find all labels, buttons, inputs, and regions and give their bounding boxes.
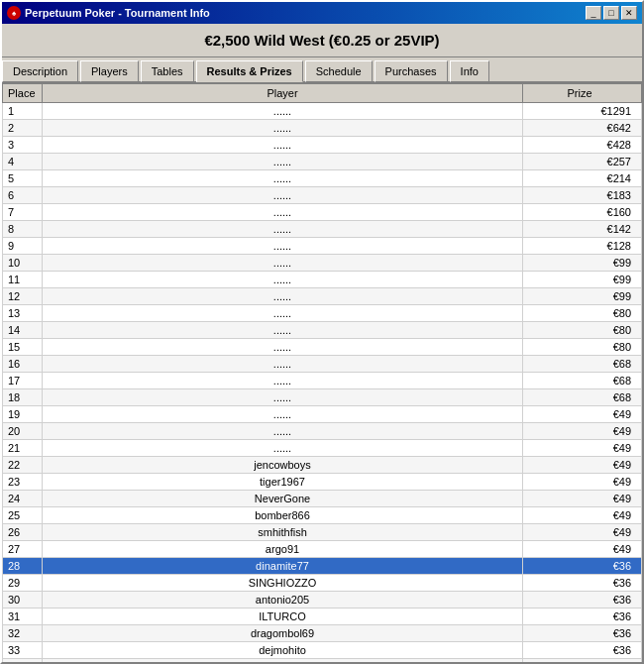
table-row[interactable]: 16......€68 bbox=[3, 356, 642, 373]
table-row[interactable]: 22jencowboys€49 bbox=[3, 457, 642, 474]
table-row[interactable]: 26smhithfish€49 bbox=[3, 524, 642, 541]
table-row[interactable]: 29SINGHIOZZO€36 bbox=[3, 575, 642, 592]
table-row[interactable]: 14......€80 bbox=[3, 322, 642, 339]
cell-place: 23 bbox=[3, 474, 43, 491]
cell-player: ...... bbox=[43, 255, 523, 272]
table-row[interactable]: 13......€80 bbox=[3, 305, 642, 322]
table-row[interactable]: 12......€99 bbox=[3, 288, 642, 305]
cell-player: argo91 bbox=[43, 541, 523, 558]
cell-place: 9 bbox=[3, 238, 43, 255]
table-row[interactable]: 33dejmohito€36 bbox=[3, 642, 642, 659]
cell-player: antonio205 bbox=[43, 592, 523, 609]
cell-place: 5 bbox=[3, 170, 43, 187]
cell-prize: €99 bbox=[523, 288, 642, 305]
cell-place: 20 bbox=[3, 423, 43, 440]
table-row[interactable]: 24NeverGone€49 bbox=[3, 491, 642, 507]
cell-prize: €49 bbox=[523, 491, 642, 507]
table-row[interactable]: 21......€49 bbox=[3, 440, 642, 457]
cell-player: dragombol69 bbox=[43, 625, 523, 642]
table-row[interactable]: 4......€257 bbox=[3, 154, 642, 170]
cell-place: 25 bbox=[3, 507, 43, 524]
cell-prize: €1291 bbox=[523, 103, 642, 120]
cell-prize: €68 bbox=[523, 389, 642, 406]
cell-player: smhithfish bbox=[43, 524, 523, 541]
table-row[interactable]: 5......€214 bbox=[3, 170, 642, 187]
cell-player: ...... bbox=[43, 389, 523, 406]
cell-prize: €49 bbox=[523, 474, 642, 491]
table-row[interactable]: 27argo91€49 bbox=[3, 541, 642, 558]
cell-prize: €80 bbox=[523, 305, 642, 322]
close-button[interactable]: ✕ bbox=[621, 6, 637, 20]
cell-player: ...... bbox=[43, 305, 523, 322]
table-row[interactable]: 7......€160 bbox=[3, 204, 642, 221]
cell-place: 24 bbox=[3, 491, 43, 507]
tab-bar: Description Players Tables Results & Pri… bbox=[2, 57, 642, 83]
cell-prize: €142 bbox=[523, 221, 642, 238]
table-row[interactable]: 23tiger1967€49 bbox=[3, 474, 642, 491]
cell-place: 2 bbox=[3, 120, 43, 137]
cell-place: 13 bbox=[3, 305, 43, 322]
main-window: ♠ Perpetuum Poker - Tournament Info _ □ … bbox=[0, 0, 644, 664]
table-row[interactable]: 18......€68 bbox=[3, 389, 642, 406]
table-row[interactable]: 8......€142 bbox=[3, 221, 642, 238]
table-row[interactable]: 2......€642 bbox=[3, 120, 642, 137]
minimize-button[interactable]: _ bbox=[586, 6, 601, 20]
tab-tables[interactable]: Tables bbox=[141, 60, 194, 82]
cell-player: ...... bbox=[43, 423, 523, 440]
table-row[interactable]: 28dinamite77€36 bbox=[3, 558, 642, 575]
table-row[interactable]: 34heljoki€36 bbox=[3, 659, 642, 663]
tab-schedule[interactable]: Schedule bbox=[305, 60, 373, 82]
cell-prize: €80 bbox=[523, 339, 642, 356]
table-row[interactable]: 32dragombol69€36 bbox=[3, 625, 642, 642]
table-row[interactable]: 17......€68 bbox=[3, 373, 642, 389]
cell-player: dinamite77 bbox=[43, 558, 523, 575]
cell-place: 21 bbox=[3, 440, 43, 457]
cell-place: 1 bbox=[3, 103, 43, 120]
cell-prize: €214 bbox=[523, 170, 642, 187]
tab-info[interactable]: Info bbox=[450, 60, 489, 82]
tournament-title: €2,500 Wild West (€0.25 or 25VIP) bbox=[2, 24, 642, 57]
maximize-button[interactable]: □ bbox=[603, 6, 619, 20]
tab-purchases[interactable]: Purchases bbox=[375, 60, 448, 82]
cell-prize: €36 bbox=[523, 659, 642, 663]
title-buttons: _ □ ✕ bbox=[586, 6, 637, 20]
cell-prize: €68 bbox=[523, 356, 642, 373]
table-row[interactable]: 30antonio205€36 bbox=[3, 592, 642, 609]
col-header-player: Player bbox=[43, 84, 523, 103]
cell-player: ...... bbox=[43, 339, 523, 356]
cell-prize: €99 bbox=[523, 272, 642, 288]
cell-player: dejmohito bbox=[43, 642, 523, 659]
cell-prize: €642 bbox=[523, 120, 642, 137]
window-title: Perpetuum Poker - Tournament Info bbox=[25, 7, 210, 19]
table-row[interactable]: 10......€99 bbox=[3, 255, 642, 272]
cell-prize: €49 bbox=[523, 423, 642, 440]
table-row[interactable]: 1......€1291 bbox=[3, 103, 642, 120]
cell-player: ...... bbox=[43, 170, 523, 187]
cell-place: 30 bbox=[3, 592, 43, 609]
cell-place: 17 bbox=[3, 373, 43, 389]
results-table-container[interactable]: Place Player Prize 1......€12912......€6… bbox=[2, 83, 642, 662]
tab-description[interactable]: Description bbox=[2, 60, 78, 82]
cell-prize: €49 bbox=[523, 524, 642, 541]
table-row[interactable]: 19......€49 bbox=[3, 406, 642, 423]
cell-prize: €183 bbox=[523, 187, 642, 204]
table-row[interactable]: 9......€128 bbox=[3, 238, 642, 255]
table-row[interactable]: 31ILTURCO€36 bbox=[3, 609, 642, 625]
tab-results-prizes[interactable]: Results & Prizes bbox=[196, 60, 303, 82]
cell-place: 7 bbox=[3, 204, 43, 221]
table-row[interactable]: 11......€99 bbox=[3, 272, 642, 288]
table-row[interactable]: 20......€49 bbox=[3, 423, 642, 440]
table-row[interactable]: 3......€428 bbox=[3, 137, 642, 154]
cell-place: 4 bbox=[3, 154, 43, 170]
table-row[interactable]: 25bomber866€49 bbox=[3, 507, 642, 524]
cell-player: ...... bbox=[43, 204, 523, 221]
cell-player: ...... bbox=[43, 440, 523, 457]
cell-place: 28 bbox=[3, 558, 43, 575]
table-row[interactable]: 15......€80 bbox=[3, 339, 642, 356]
cell-prize: €49 bbox=[523, 406, 642, 423]
table-row[interactable]: 6......€183 bbox=[3, 187, 642, 204]
tab-players[interactable]: Players bbox=[80, 60, 139, 82]
cell-player: ...... bbox=[43, 187, 523, 204]
cell-prize: €36 bbox=[523, 625, 642, 642]
cell-place: 15 bbox=[3, 339, 43, 356]
